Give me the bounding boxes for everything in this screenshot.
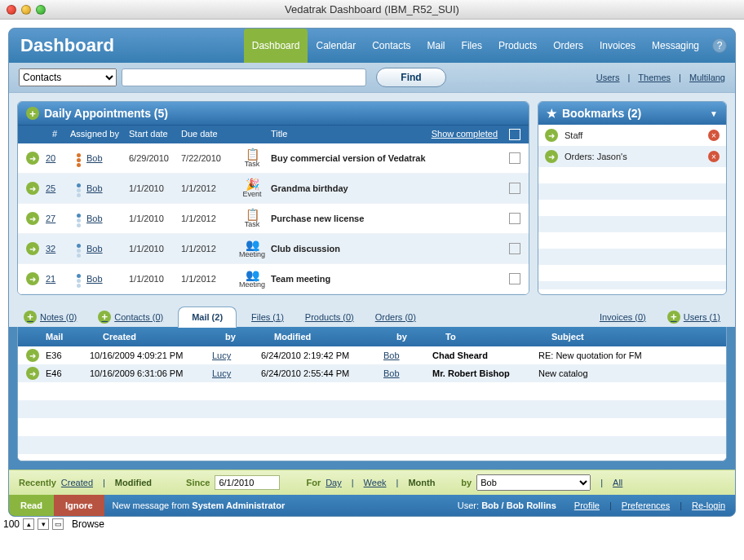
bookmarks-title: Bookmarks (2) xyxy=(562,107,641,120)
tab-contacts[interactable]: +Contacts (0) xyxy=(91,307,170,327)
mail-subject: New catalog xyxy=(538,368,718,378)
users-link[interactable]: Users xyxy=(596,73,620,82)
go-to-mail-button[interactable]: ➜ xyxy=(26,349,39,362)
search-input[interactable] xyxy=(122,68,366,86)
mail-col-subject[interactable]: Subject xyxy=(551,332,718,342)
filter-created-link[interactable]: Created xyxy=(61,478,93,487)
ignore-button[interactable]: Ignore xyxy=(54,495,104,516)
since-date-input[interactable] xyxy=(215,475,280,490)
bookmark-label[interactable]: Orders: Jason's xyxy=(565,152,708,161)
col-title[interactable]: Title xyxy=(271,129,432,140)
filter-day-link[interactable]: Day xyxy=(326,478,342,487)
assigned-by-link[interactable]: Bob xyxy=(86,274,129,284)
preferences-link[interactable]: Preferences xyxy=(622,500,670,510)
mode-label[interactable]: Browse xyxy=(72,518,104,530)
col-due[interactable]: Due date xyxy=(181,129,233,140)
add-icon[interactable]: + xyxy=(98,311,111,324)
appointment-number-link[interactable]: 25 xyxy=(46,183,70,193)
tab-mail[interactable]: Mail (2) xyxy=(178,306,237,328)
filter-all-link[interactable]: All xyxy=(613,478,622,487)
delete-bookmark-button[interactable]: × xyxy=(708,151,720,162)
since-label: Since xyxy=(186,478,210,487)
add-appointment-button[interactable]: + xyxy=(26,107,39,120)
zoom-out-icon[interactable]: ▴ xyxy=(23,518,34,530)
appointment-number-link[interactable]: 21 xyxy=(46,274,70,284)
profile-link[interactable]: Profile xyxy=(574,500,600,510)
add-icon[interactable]: + xyxy=(24,311,37,324)
assigned-by-link[interactable]: Bob xyxy=(86,183,129,193)
nav-products[interactable]: Products xyxy=(490,29,545,63)
show-completed-checkbox[interactable] xyxy=(509,129,520,140)
mail-to: Mr. Robert Bishop xyxy=(432,368,538,378)
nav-invoices[interactable]: Invoices xyxy=(591,29,644,63)
relogin-link[interactable]: Re-login xyxy=(692,500,725,510)
mail-col-modified[interactable]: Modified xyxy=(274,332,396,342)
show-completed-link[interactable]: Show completed xyxy=(432,129,504,140)
delete-bookmark-button[interactable]: × xyxy=(708,130,720,141)
completed-checkbox[interactable] xyxy=(509,213,520,224)
read-button[interactable]: Read xyxy=(9,495,54,516)
find-button[interactable]: Find xyxy=(376,68,446,87)
go-to-bookmark-button[interactable]: ➜ xyxy=(545,150,558,163)
mail-col-to[interactable]: To xyxy=(445,332,551,342)
appointment-number-link[interactable]: 32 xyxy=(46,244,70,254)
user-label: User: Bob / Bob Rollins xyxy=(458,500,556,510)
nav-files[interactable]: Files xyxy=(454,29,490,63)
themes-link[interactable]: Themes xyxy=(638,73,671,82)
filter-month-label[interactable]: Month xyxy=(408,478,435,487)
go-to-appointment-button[interactable]: ➜ xyxy=(26,272,39,285)
nav-contacts[interactable]: Contacts xyxy=(364,29,418,63)
nav-dashboard[interactable]: Dashboard xyxy=(244,29,308,63)
assigned-by-link[interactable]: Bob xyxy=(86,214,129,223)
appointment-title: Grandma birthday xyxy=(271,183,509,193)
bookmark-row: ➜Staff× xyxy=(538,125,726,146)
go-to-appointment-button[interactable]: ➜ xyxy=(26,152,39,165)
tab-products[interactable]: Products (0) xyxy=(299,309,361,325)
go-to-appointment-button[interactable]: ➜ xyxy=(26,242,39,255)
appointment-type: 👥Meeting xyxy=(233,239,271,258)
go-to-bookmark-button[interactable]: ➜ xyxy=(545,129,558,142)
appointment-number-link[interactable]: 27 xyxy=(46,214,70,223)
mail-col-created[interactable]: Created xyxy=(103,332,225,342)
completed-checkbox[interactable] xyxy=(509,152,520,164)
nav-orders[interactable]: Orders xyxy=(545,29,591,63)
col-assigned[interactable]: Assigned by xyxy=(70,129,129,140)
mail-modified: 6/24/2010 2:19:42 PM xyxy=(261,351,383,360)
add-icon[interactable]: + xyxy=(667,311,680,324)
search-category-select[interactable]: Contacts xyxy=(19,68,117,86)
tab-users[interactable]: +Users (1) xyxy=(661,307,727,327)
assigned-by-link[interactable]: Bob xyxy=(86,244,129,254)
bookmark-label[interactable]: Staff xyxy=(565,130,708,140)
assigned-by-link[interactable]: Bob xyxy=(86,153,129,163)
start-date: 1/1/2010 xyxy=(129,214,181,223)
bookmarks-menu-chevron-icon[interactable]: ▼ xyxy=(710,109,718,118)
recently-label: Recently xyxy=(19,478,56,487)
help-button[interactable]: ? xyxy=(712,38,727,53)
nav-mail[interactable]: Mail xyxy=(419,29,454,63)
completed-checkbox[interactable] xyxy=(509,183,520,194)
mail-col-id[interactable]: Mail xyxy=(46,332,103,342)
tab-orders[interactable]: Orders (0) xyxy=(369,309,423,325)
nav-messaging[interactable]: Messaging xyxy=(644,29,707,63)
status-toolbar-icon[interactable]: ▭ xyxy=(52,518,64,530)
appointment-number-link[interactable]: 20 xyxy=(46,153,70,163)
completed-checkbox[interactable] xyxy=(509,273,520,284)
tab-invoices[interactable]: Invoices (0) xyxy=(593,309,653,325)
tab-notes[interactable]: +Notes (0) xyxy=(17,307,83,327)
go-to-mail-button[interactable]: ➜ xyxy=(26,367,39,380)
tab-files[interactable]: Files (1) xyxy=(245,309,290,325)
zoom-in-icon[interactable]: ▾ xyxy=(38,518,49,530)
col-start[interactable]: Start date xyxy=(129,129,181,140)
go-to-appointment-button[interactable]: ➜ xyxy=(26,212,39,225)
multilang-link[interactable]: Multilang xyxy=(689,73,725,82)
filter-week-link[interactable]: Week xyxy=(364,478,387,487)
go-to-appointment-button[interactable]: ➜ xyxy=(26,182,39,195)
nav-calendar[interactable]: Calendar xyxy=(308,29,364,63)
filter-modified-label[interactable]: Modified xyxy=(115,478,152,487)
by-user-select[interactable]: Bob xyxy=(476,474,591,491)
mail-col-by2[interactable]: by xyxy=(396,332,445,342)
appointment-type: 👥Meeting xyxy=(233,269,271,289)
mail-col-by[interactable]: by xyxy=(225,332,274,342)
zoom-level[interactable]: 100 xyxy=(3,518,20,530)
completed-checkbox[interactable] xyxy=(509,243,520,254)
